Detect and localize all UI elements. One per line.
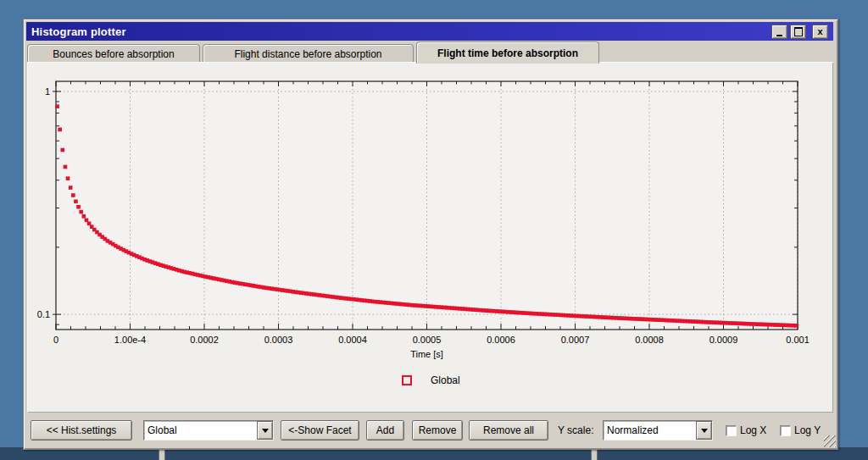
log-y-checkbox[interactable] bbox=[780, 425, 791, 436]
svg-text:0.0005: 0.0005 bbox=[413, 335, 442, 345]
background-handle-right bbox=[591, 448, 598, 460]
tab-bounces-before-absorption[interactable]: Bounces before absorption bbox=[27, 44, 200, 63]
minimize-button[interactable] bbox=[771, 25, 787, 39]
facet-select-dropdown-button[interactable] bbox=[257, 421, 273, 440]
svg-text:0.0008: 0.0008 bbox=[635, 335, 664, 345]
maximize-icon bbox=[794, 27, 803, 36]
svg-text:1: 1 bbox=[45, 86, 50, 97]
svg-text:0.0002: 0.0002 bbox=[190, 335, 219, 345]
facet-select[interactable]: Global bbox=[143, 420, 274, 441]
svg-text:0.0003: 0.0003 bbox=[264, 335, 293, 345]
resize-grip[interactable] bbox=[824, 435, 836, 447]
tab-label: Flight time before absorption bbox=[437, 47, 578, 59]
add-button[interactable]: Add bbox=[366, 420, 404, 441]
y-scale-label: Y scale: bbox=[558, 424, 593, 436]
legend-label-global: Global bbox=[431, 374, 460, 386]
chart-legend: Global bbox=[402, 374, 460, 386]
svg-text:0.0009: 0.0009 bbox=[709, 335, 738, 345]
svg-text:0.0006: 0.0006 bbox=[487, 335, 515, 345]
svg-text:0.0004: 0.0004 bbox=[338, 335, 367, 345]
facet-select-value: Global bbox=[144, 424, 257, 436]
log-x-label: Log X bbox=[740, 424, 766, 436]
window-title: Histogram plotter bbox=[26, 25, 126, 38]
log-y-checkbox-group: Log Y bbox=[780, 424, 821, 436]
window-titlebar[interactable]: Histogram plotter x bbox=[26, 22, 833, 41]
minimize-icon bbox=[776, 35, 782, 36]
background-handle-left bbox=[159, 448, 165, 460]
y-scale-dropdown-button[interactable] bbox=[696, 421, 712, 440]
chevron-down-icon bbox=[701, 429, 708, 433]
chevron-down-icon bbox=[262, 429, 269, 433]
y-scale-select-value: Normalized bbox=[604, 424, 696, 436]
svg-text:0.1: 0.1 bbox=[37, 309, 50, 319]
remove-all-button[interactable]: Remove all bbox=[469, 420, 548, 441]
histogram-chart: 01.00e-40.00020.00030.00040.00050.00060.… bbox=[27, 62, 833, 413]
maximize-button[interactable] bbox=[790, 25, 806, 39]
remove-button[interactable]: Remove bbox=[412, 420, 463, 441]
hist-settings-button[interactable]: << Hist.settings bbox=[31, 420, 132, 441]
legend-marker-global bbox=[402, 375, 412, 385]
tab-page: 01.00e-40.00020.00030.00040.00050.00060.… bbox=[27, 62, 833, 413]
show-facet-button[interactable]: <-Show Facet bbox=[281, 420, 359, 441]
svg-text:0.0007: 0.0007 bbox=[561, 335, 590, 345]
desktop-background: Histogram plotter x Bounces before absor… bbox=[0, 0, 868, 460]
window-buttons: x bbox=[771, 25, 828, 39]
close-button[interactable]: x bbox=[812, 25, 828, 39]
tab-label: Bounces before absorption bbox=[53, 48, 174, 60]
log-y-label: Log Y bbox=[794, 424, 821, 436]
svg-text:1.00e-4: 1.00e-4 bbox=[114, 335, 146, 345]
svg-text:0.001: 0.001 bbox=[786, 335, 810, 345]
histogram-plotter-window: Histogram plotter x Bounces before absor… bbox=[23, 19, 838, 450]
close-icon: x bbox=[817, 27, 822, 36]
svg-text:Time [s]: Time [s] bbox=[410, 349, 443, 359]
tab-flight-time-before-absorption[interactable]: Flight time before absorption bbox=[416, 42, 599, 64]
log-x-checkbox-group: Log X bbox=[726, 424, 766, 436]
svg-text:0: 0 bbox=[53, 335, 58, 345]
log-x-checkbox[interactable] bbox=[726, 425, 737, 436]
tab-label: Flight distance before absorption bbox=[234, 48, 381, 60]
tab-flight-distance-before-absorption[interactable]: Flight distance before absorption bbox=[203, 44, 414, 63]
y-scale-select[interactable]: Normalized bbox=[603, 420, 713, 441]
